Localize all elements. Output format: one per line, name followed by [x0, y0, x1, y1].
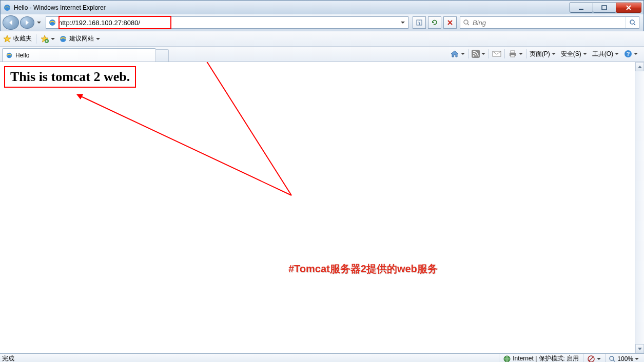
svg-rect-14: [511, 51, 515, 53]
navigation-bar: [0, 14, 644, 31]
shield-off-icon: [588, 355, 595, 363]
address-bar[interactable]: [46, 16, 408, 29]
home-button[interactable]: [448, 48, 467, 60]
separator: [36, 34, 36, 44]
chevron-down-icon: [638, 348, 642, 350]
zoom-value: 100%: [617, 355, 633, 363]
scroll-down-button[interactable]: [635, 344, 644, 353]
chevron-down-icon: [96, 38, 100, 40]
star-add-icon: [41, 35, 49, 43]
separator: [489, 49, 489, 58]
chevron-down-icon: [401, 22, 405, 24]
chevron-down-icon: [615, 53, 619, 55]
feeds-button[interactable]: [470, 48, 487, 60]
tab-active[interactable]: Hello: [2, 48, 156, 62]
zone-label: Internet | 保护模式: 启用: [513, 354, 579, 362]
arrow-right-icon: [26, 20, 29, 25]
site-icon: [48, 18, 56, 27]
page-menu[interactable]: 页面(P): [528, 48, 558, 60]
scroll-up-button[interactable]: [635, 62, 644, 71]
window-title: Hello - Windows Internet Explorer: [14, 4, 570, 11]
chevron-down-icon: [552, 53, 556, 55]
compat-view-button[interactable]: [413, 16, 426, 29]
svg-point-0: [4, 5, 10, 11]
favorites-label: 收藏夹: [13, 34, 32, 43]
maximize-button[interactable]: [593, 3, 616, 13]
svg-line-18: [80, 96, 291, 195]
chevron-down-icon: [519, 53, 523, 55]
safety-menu-label: 安全(S): [561, 50, 581, 58]
stop-button[interactable]: [443, 16, 457, 29]
svg-point-6: [630, 20, 634, 24]
ie-logo-icon: [3, 4, 11, 12]
page-heading-highlight: This is tomcat 2 web.: [4, 66, 136, 88]
search-input[interactable]: [473, 19, 626, 27]
url-input[interactable]: [58, 17, 398, 28]
chevron-up-icon: [638, 66, 642, 68]
vertical-scrollbar[interactable]: [635, 62, 644, 353]
status-text: 完成: [2, 354, 14, 362]
favorites-bar: 收藏夹 建议网站: [0, 31, 644, 47]
home-icon: [450, 50, 459, 58]
chevron-down-icon: [37, 22, 41, 24]
chevron-down-icon: [51, 38, 55, 40]
tools-menu[interactable]: 工具(O): [590, 48, 621, 60]
svg-point-5: [464, 20, 468, 24]
chevron-down-icon: [635, 358, 639, 360]
new-tab-button[interactable]: [155, 49, 169, 62]
back-button[interactable]: [3, 15, 19, 30]
tab-favicon: [6, 52, 13, 59]
chevron-down-icon: [481, 53, 485, 55]
forward-button[interactable]: [20, 16, 34, 29]
globe-icon: [503, 355, 511, 363]
favorites-button[interactable]: 收藏夹: [3, 34, 32, 43]
search-go-button[interactable]: [626, 17, 639, 28]
page-viewport: This is tomcat 2 web. #Tomcat服务器2提供的web服…: [0, 62, 644, 353]
tab-title: Hello: [15, 52, 29, 59]
close-button[interactable]: [616, 3, 641, 13]
arrow-left-icon: [9, 20, 12, 25]
tools-menu-label: 工具(O): [592, 50, 613, 58]
svg-point-11: [473, 55, 474, 57]
security-zone[interactable]: Internet | 保护模式: 启用: [499, 354, 583, 362]
address-dropdown[interactable]: [399, 17, 407, 28]
chevron-down-icon: [634, 53, 638, 55]
page-heading: This is tomcat 2 web.: [10, 69, 130, 85]
zoom-control[interactable]: 100%: [605, 354, 642, 362]
refresh-button[interactable]: [428, 16, 441, 29]
svg-rect-15: [511, 55, 515, 57]
svg-point-22: [610, 356, 614, 360]
suggested-sites-label: 建议网站: [69, 34, 94, 43]
mail-icon: [492, 50, 501, 57]
search-provider-icon[interactable]: [460, 19, 473, 26]
help-button[interactable]: ?: [622, 48, 640, 60]
read-mail-button[interactable]: [490, 48, 503, 60]
search-bar[interactable]: [460, 16, 639, 29]
separator: [468, 49, 469, 58]
annotation-arrows: [0, 62, 462, 288]
separator: [504, 49, 505, 58]
suggested-sites-button[interactable]: 建议网站: [59, 34, 100, 43]
protected-mode-toggle[interactable]: [583, 354, 605, 362]
add-favorite-button[interactable]: [41, 35, 55, 43]
command-bar: 页面(P) 安全(S) 工具(O) ?: [448, 46, 642, 62]
ie-icon: [59, 35, 67, 43]
page-broken-icon: [416, 19, 423, 26]
zoom-icon: [609, 355, 616, 363]
star-icon: [3, 35, 11, 43]
nav-history-dropdown[interactable]: [35, 16, 43, 29]
rss-icon: [472, 50, 480, 58]
help-icon: ?: [624, 50, 632, 58]
status-bar: 完成 Internet | 保护模式: 启用 100%: [0, 353, 644, 362]
chevron-down-icon: [583, 53, 587, 55]
safety-menu[interactable]: 安全(S): [559, 48, 589, 60]
svg-rect-1: [579, 9, 583, 10]
printer-icon: [508, 50, 517, 58]
svg-text:?: ?: [627, 51, 630, 57]
print-button[interactable]: [506, 48, 525, 60]
search-icon: [629, 19, 636, 26]
svg-line-19: [191, 62, 291, 195]
minimize-button[interactable]: [570, 3, 593, 13]
annotation-text: #Tomcat服务器2提供的web服务: [288, 262, 438, 276]
separator: [526, 49, 526, 58]
